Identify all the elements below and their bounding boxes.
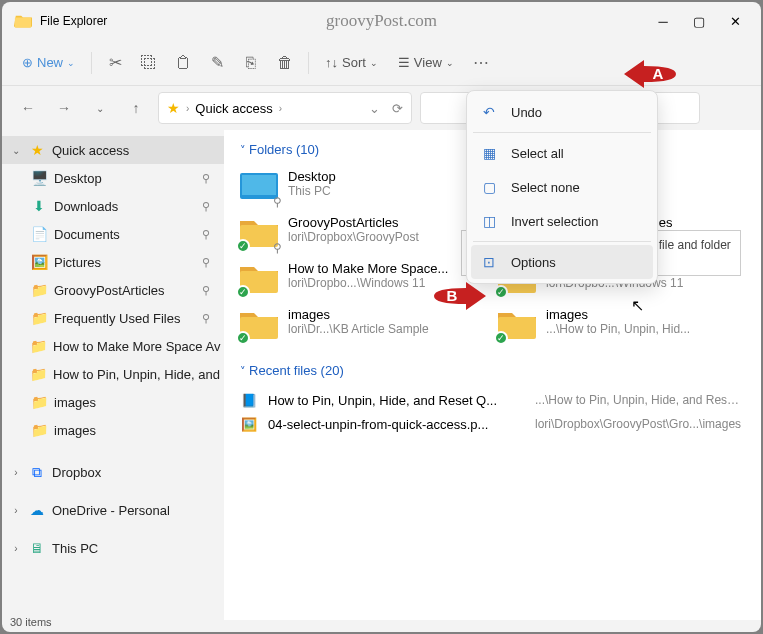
sidebar-item-label: Frequently Used Files — [54, 311, 180, 326]
sidebar-quick-access[interactable]: ⌄ ★ Quick access — [2, 136, 224, 164]
chevron-right-icon[interactable]: › — [10, 543, 22, 554]
menu-options[interactable]: ⊡ Options — [471, 245, 653, 279]
file-row[interactable]: 📘How to Pin, Unpin, Hide, and Reset Q...… — [236, 388, 749, 412]
chevron-right-icon[interactable]: › — [10, 505, 22, 516]
pin-icon: ⚲ — [202, 172, 216, 185]
sidebar-item[interactable]: 📁How to Make More Space Av — [2, 332, 224, 360]
star-icon: ★ — [167, 100, 180, 116]
chevron-down-icon: ⌄ — [67, 58, 75, 68]
folder-name: GroovyPostArticles — [288, 215, 482, 230]
sidebar-item-label: Pictures — [54, 255, 101, 270]
refresh-icon[interactable]: ⟳ — [392, 101, 403, 116]
menu-select-none[interactable]: ▢ Select none — [471, 170, 653, 204]
sidebar-item[interactable]: 📄Documents⚲ — [2, 220, 224, 248]
minimize-button[interactable]: ─ — [657, 15, 669, 27]
folder-name: Desktop — [288, 169, 482, 184]
view-button[interactable]: ☰ View ⌄ — [390, 50, 462, 75]
folder-path: This PC — [288, 184, 482, 198]
sidebar-item-label: images — [54, 423, 96, 438]
file-icon: 📘 — [240, 393, 258, 408]
svg-text:A: A — [653, 65, 664, 82]
svg-rect-0 — [15, 18, 31, 28]
folder-icon: ✓⚲ — [238, 215, 280, 251]
sidebar-item[interactable]: 🖥️Desktop⚲ — [2, 164, 224, 192]
menu-invert-selection[interactable]: ◫ Invert selection — [471, 204, 653, 238]
sidebar-thispc[interactable]: › 🖥︎ This PC — [2, 534, 224, 562]
folder-icon: 📁 — [30, 366, 47, 382]
share-icon[interactable]: ⎘ — [242, 54, 260, 72]
pin-icon: ⚲ — [273, 241, 282, 255]
maximize-button[interactable]: ▢ — [693, 15, 705, 27]
sidebar-item[interactable]: ⬇Downloads⚲ — [2, 192, 224, 220]
svg-rect-2 — [242, 175, 276, 195]
paste-icon[interactable]: 📋︎ — [174, 54, 192, 72]
star-icon: ★ — [28, 142, 46, 158]
sidebar-item[interactable]: 📁images — [2, 388, 224, 416]
cut-icon[interactable]: ✂ — [106, 54, 124, 72]
address-bar[interactable]: ★ › Quick access › ⌄ ⟳ — [158, 92, 412, 124]
folder-icon: 📁 — [30, 338, 47, 354]
forward-button[interactable]: → — [50, 94, 78, 122]
folder-path: lori\Dropbox\GroovyPost — [288, 230, 482, 244]
folder-icon: 📁 — [30, 422, 48, 438]
address-location: Quick access — [195, 101, 272, 116]
delete-icon[interactable]: 🗑︎ — [276, 54, 294, 72]
copy-icon[interactable]: ⿻ — [140, 54, 158, 72]
back-button[interactable]: ← — [14, 94, 42, 122]
file-explorer-window: File Explorer groovyPost.com ─ ▢ ✕ ⊕ New… — [2, 2, 761, 632]
folder-icon: 📁 — [30, 310, 48, 326]
cloud-icon: ☁ — [28, 502, 46, 518]
sort-button[interactable]: ↑↓ Sort ⌄ — [317, 50, 386, 75]
history-button[interactable]: ⌄ — [86, 94, 114, 122]
folder-icon: 📁 — [30, 282, 48, 298]
view-icon: ☰ — [398, 55, 410, 70]
folder-path: ...\How to Pin, Unpin, Hid... — [546, 322, 740, 336]
recent-section-header[interactable]: Recent files (20) — [240, 363, 749, 378]
watermark: groovyPost.com — [326, 11, 437, 31]
separator — [308, 52, 309, 74]
svg-text:B: B — [447, 287, 458, 304]
file-row[interactable]: 🖼️04-select-unpin-from-quick-access.p...… — [236, 412, 749, 436]
plus-icon: ⊕ — [22, 55, 33, 70]
file-name: 04-select-unpin-from-quick-access.p... — [268, 417, 525, 432]
sidebar-item-label: How to Pin, Unpin, Hide, and — [53, 367, 220, 382]
folder-name: How to Make More Space... — [288, 261, 482, 276]
folder-icon: 📄 — [30, 226, 48, 242]
sidebar-item[interactable]: 📁Frequently Used Files⚲ — [2, 304, 224, 332]
pin-icon: ⚲ — [202, 200, 216, 213]
menu-select-all[interactable]: ▦ Select all — [471, 136, 653, 170]
chevron-right-icon: › — [279, 103, 282, 114]
window-title: File Explorer — [40, 14, 107, 28]
file-name: How to Pin, Unpin, Hide, and Reset Q... — [268, 393, 525, 408]
sidebar-item[interactable]: 📁images — [2, 416, 224, 444]
sidebar-dropbox[interactable]: › ⧉ Dropbox — [2, 458, 224, 486]
up-button[interactable]: ↑ — [122, 94, 150, 122]
new-button[interactable]: ⊕ New ⌄ — [14, 50, 83, 75]
folder-item[interactable]: ⚲DesktopThis PC — [236, 167, 484, 207]
sync-badge: ✓ — [236, 331, 250, 345]
close-button[interactable]: ✕ — [729, 15, 741, 27]
sidebar-item[interactable]: 📁GroovyPostArticles⚲ — [2, 276, 224, 304]
sidebar-item[interactable]: 🖼️Pictures⚲ — [2, 248, 224, 276]
sync-badge: ✓ — [494, 331, 508, 345]
folder-item[interactable]: ✓images...\How to Pin, Unpin, Hid... — [494, 305, 742, 345]
folder-item[interactable]: ✓⚲GroovyPostArticleslori\Dropbox\GroovyP… — [236, 213, 484, 253]
rename-icon[interactable]: ✎ — [208, 54, 226, 72]
chevron-down-icon[interactable]: ⌄ — [10, 145, 22, 156]
sidebar-item[interactable]: 📁How to Pin, Unpin, Hide, and — [2, 360, 224, 388]
chevron-down-icon[interactable]: ⌄ — [369, 101, 380, 116]
chevron-down-icon: ⌄ — [370, 58, 378, 68]
titlebar: File Explorer groovyPost.com ─ ▢ ✕ — [2, 2, 761, 40]
pin-icon: ⚲ — [202, 228, 216, 241]
folder-icon: ⬇ — [30, 198, 48, 214]
sidebar-item-label: How to Make More Space Av — [53, 339, 220, 354]
pin-icon: ⚲ — [202, 312, 216, 325]
folder-icon: 🖼️ — [30, 254, 48, 270]
sidebar-onedrive[interactable]: › ☁ OneDrive - Personal — [2, 496, 224, 524]
menu-undo[interactable]: ↶ Undo — [471, 95, 653, 129]
file-icon: 🖼️ — [240, 417, 258, 432]
sidebar-item-label: Downloads — [54, 199, 118, 214]
chevron-right-icon[interactable]: › — [10, 467, 22, 478]
pin-icon: ⚲ — [273, 195, 282, 209]
more-button[interactable]: ⋯ — [472, 54, 490, 72]
